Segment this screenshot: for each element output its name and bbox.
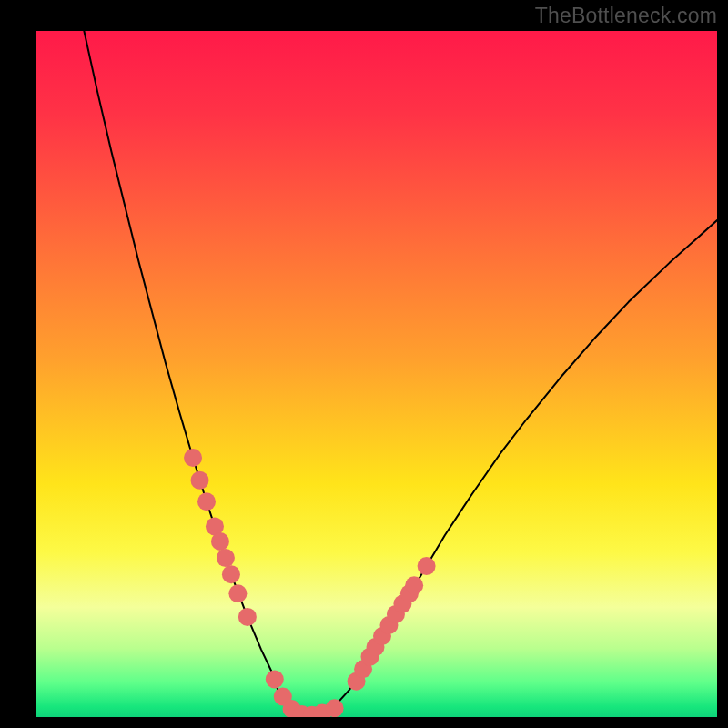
marker-dot [326,699,344,717]
chart-frame: TheBottleneck.com [0,0,728,728]
marker-dot [211,532,229,551]
marker-dot [217,549,235,567]
gradient-background [36,31,717,717]
marker-dot [228,584,247,602]
marker-dot [184,449,202,467]
marker-dot [197,492,216,511]
marker-dot [418,557,436,575]
watermark-text: TheBottleneck.com [535,4,717,28]
marker-dot [405,576,423,594]
chart-svg [36,31,717,717]
marker-dot [191,471,209,490]
marker-dot [238,608,257,626]
plot-area [36,31,717,717]
marker-dot [266,671,284,689]
marker-dot [222,565,240,583]
